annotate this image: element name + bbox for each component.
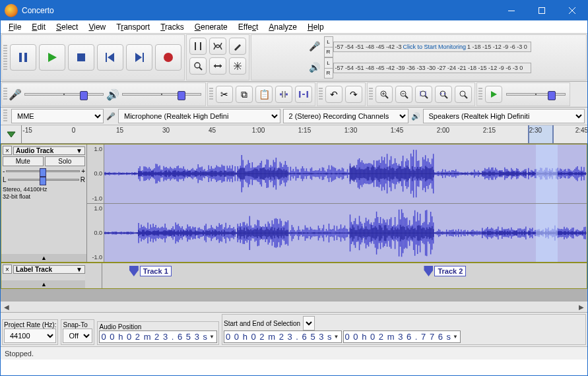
- play-at-speed-button[interactable]: [485, 86, 502, 103]
- skip-end-button[interactable]: [126, 44, 152, 71]
- tools-toolbar: [186, 34, 249, 80]
- solo-button[interactable]: Solo: [45, 156, 86, 166]
- timeshift-tool[interactable]: [209, 57, 226, 75]
- scroll-left-icon[interactable]: ◀: [1, 301, 13, 312]
- cut-button[interactable]: ✂: [216, 86, 233, 103]
- menu-edit[interactable]: Edit: [26, 22, 51, 32]
- track-name-dropdown[interactable]: Audio Track▼: [13, 146, 85, 155]
- undo-button[interactable]: ↶: [325, 86, 343, 103]
- menu-tracks[interactable]: Tracks: [155, 22, 189, 32]
- statusbar: Stopped.: [1, 346, 587, 360]
- copy-button[interactable]: ⧉: [236, 86, 253, 103]
- menu-help[interactable]: Help: [302, 22, 329, 32]
- scroll-right-icon[interactable]: ▶: [575, 301, 587, 312]
- meters-toolbar: 🎤 LR -57 -54 -51 -48 -45 -42 -3Click to …: [251, 34, 587, 80]
- multi-tool[interactable]: [229, 57, 246, 75]
- envelope-tool[interactable]: [209, 38, 226, 55]
- label-marker[interactable]: Track 2: [424, 266, 466, 276]
- fit-selection-button[interactable]: [415, 86, 432, 103]
- play-button[interactable]: [39, 44, 65, 71]
- selection-tool[interactable]: [189, 38, 207, 55]
- skip-start-button[interactable]: [97, 44, 123, 71]
- record-meter[interactable]: -57 -54 -51 -48 -45 -42 -3Click to Start…: [333, 42, 531, 52]
- menu-select[interactable]: Select: [51, 22, 83, 32]
- label-text[interactable]: Track 2: [434, 266, 466, 276]
- label-marker[interactable]: Track 1: [129, 266, 172, 276]
- label-track-body[interactable]: Track 1Track 2: [87, 263, 587, 288]
- svg-line-48: [465, 96, 467, 98]
- track-header: × Label Track▼ ▲: [1, 263, 87, 288]
- pan-slider[interactable]: [8, 179, 79, 181]
- menu-generate[interactable]: Generate: [189, 22, 233, 32]
- grip[interactable]: [319, 88, 323, 101]
- menu-file[interactable]: File: [3, 22, 26, 32]
- grip[interactable]: [3, 110, 7, 123]
- grip[interactable]: [478, 88, 482, 101]
- grip[interactable]: [209, 88, 213, 101]
- minimize-button[interactable]: [496, 1, 527, 20]
- waveform-left[interactable]: [104, 144, 587, 203]
- close-button[interactable]: [557, 1, 587, 20]
- silence-button[interactable]: [295, 86, 312, 103]
- zoom-in-button[interactable]: [376, 86, 393, 103]
- menu-transport[interactable]: Transport: [111, 22, 155, 32]
- zoom-out-button[interactable]: [395, 86, 412, 103]
- track-collapse-button[interactable]: ▲: [1, 254, 86, 262]
- fit-project-button[interactable]: [435, 86, 452, 103]
- horizontal-scrollbar[interactable]: ◀ ▶: [1, 301, 587, 313]
- selection-start-field[interactable]: 0 0 h 0 2 m 2 3 . 6 5 3 s▼: [224, 330, 342, 343]
- svg-marker-19: [214, 64, 216, 68]
- wave-scale: 1.00.0-1.0: [87, 204, 104, 263]
- grip[interactable]: [3, 45, 7, 70]
- zoom-tool[interactable]: [189, 57, 207, 75]
- input-device-select[interactable]: Microphone (Realtek High Defini: [118, 109, 280, 123]
- svg-line-44: [445, 96, 447, 98]
- waveform-right[interactable]: [104, 204, 587, 263]
- grip[interactable]: [3, 88, 7, 101]
- track-close-button[interactable]: ×: [3, 146, 12, 155]
- draw-tool[interactable]: [229, 38, 246, 55]
- mic-icon[interactable]: 🎤: [309, 41, 321, 53]
- svg-rect-4: [19, 53, 22, 62]
- track-collapse-button[interactable]: ▲: [1, 280, 86, 288]
- pause-button[interactable]: [10, 44, 36, 71]
- label-text[interactable]: Track 1: [140, 266, 172, 276]
- zoom-toggle-button[interactable]: [455, 86, 472, 103]
- timeline-ruler-row: -1501530451:001:151:301:452:002:152:302:…: [1, 125, 587, 144]
- output-device-select[interactable]: Speakers (Realtek High Definiti: [423, 109, 585, 123]
- svg-point-16: [195, 63, 200, 68]
- track-name-dropdown[interactable]: Label Track▼: [13, 265, 85, 274]
- maximize-button[interactable]: [527, 1, 557, 20]
- channels-select[interactable]: 2 (Stereo) Recording Channels: [283, 109, 408, 123]
- audio-host-select[interactable]: MME: [11, 109, 104, 123]
- selection-format-select[interactable]: [303, 316, 315, 330]
- svg-marker-15: [234, 44, 241, 51]
- play-volume-slider[interactable]: [122, 93, 201, 96]
- project-rate-select[interactable]: 44100: [4, 329, 56, 343]
- menu-analyze[interactable]: Analyze: [263, 22, 302, 32]
- speaker-icon[interactable]: 🔊: [309, 62, 321, 74]
- redo-button[interactable]: ↷: [345, 86, 362, 103]
- menubar: File Edit Select View Transport Tracks G…: [1, 20, 587, 34]
- mute-button[interactable]: Mute: [3, 156, 44, 166]
- track-close-button[interactable]: ×: [3, 265, 12, 274]
- menu-view[interactable]: View: [83, 22, 111, 32]
- record-volume-slider[interactable]: [24, 93, 104, 96]
- play-speed-slider[interactable]: [506, 93, 566, 96]
- grip[interactable]: [369, 88, 373, 101]
- paste-button[interactable]: 📋: [255, 86, 273, 103]
- snap-select[interactable]: Off: [63, 329, 92, 343]
- pin-button[interactable]: [1, 125, 22, 143]
- trim-button[interactable]: [275, 86, 292, 103]
- selection-end-field[interactable]: 0 0 h 0 2 m 3 6 . 7 7 6 s▼: [343, 330, 461, 343]
- record-button[interactable]: [155, 44, 181, 71]
- timeline-ruler[interactable]: -1501530451:001:151:301:452:002:152:302:…: [22, 125, 587, 143]
- audio-position-field[interactable]: 0 0 h 0 2 m 2 3 . 6 5 3 s▼: [99, 330, 217, 343]
- label-track: × Label Track▼ ▲ Track 1Track 2: [1, 263, 587, 289]
- menu-effect[interactable]: Effect: [233, 22, 263, 32]
- speaker-icon: 🔊: [106, 88, 119, 101]
- stop-button[interactable]: [68, 44, 94, 71]
- gain-slider[interactable]: [6, 170, 80, 172]
- play-meter[interactable]: -57 -54 -51 -48 -45 -42 -39 -36 -33 -30 …: [333, 63, 531, 73]
- svg-line-37: [405, 96, 408, 98]
